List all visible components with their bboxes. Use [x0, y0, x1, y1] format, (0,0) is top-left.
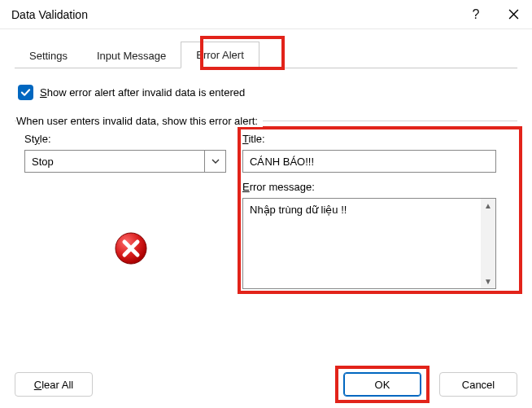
title-label: Title: — [242, 133, 517, 145]
show-alert-label: Show error alert after invalid data is e… — [40, 86, 245, 99]
dialog-title: Data Validation — [11, 8, 457, 21]
ok-button[interactable]: OK — [343, 372, 421, 397]
show-alert-checkbox[interactable] — [18, 85, 33, 100]
error-message-textarea[interactable] — [243, 199, 481, 288]
tab-input-message[interactable]: Input Message — [82, 43, 181, 68]
error-message-label: Error message: — [242, 181, 517, 193]
style-select-arrow[interactable] — [204, 151, 225, 172]
title-input[interactable] — [242, 150, 496, 173]
stop-error-icon — [114, 231, 148, 265]
style-label: Style: — [24, 133, 236, 145]
close-button[interactable] — [495, 0, 532, 29]
clear-all-button[interactable]: Clear All — [15, 372, 93, 397]
titlebar: Data Validation ? — [0, 0, 532, 29]
scroll-down-icon[interactable]: ▼ — [484, 277, 492, 286]
check-icon — [20, 87, 31, 98]
show-alert-checkbox-row[interactable]: Show error alert after invalid data is e… — [18, 85, 517, 100]
fieldset-label: When user enters invalid data, show this… — [16, 115, 263, 127]
close-icon — [508, 9, 519, 20]
chevron-down-icon — [211, 157, 220, 165]
tab-error-alert[interactable]: Error Alert — [181, 42, 259, 68]
tab-settings[interactable]: Settings — [15, 43, 82, 68]
style-select[interactable]: Stop — [24, 150, 226, 173]
textarea-scrollbar[interactable]: ▲ ▼ — [481, 199, 495, 288]
style-select-value: Stop — [25, 151, 204, 172]
tab-bar: Settings Input Message Error Alert — [15, 41, 517, 68]
cancel-button[interactable]: Cancel — [439, 372, 517, 397]
help-button[interactable]: ? — [457, 0, 495, 29]
scroll-up-icon[interactable]: ▲ — [484, 201, 492, 210]
